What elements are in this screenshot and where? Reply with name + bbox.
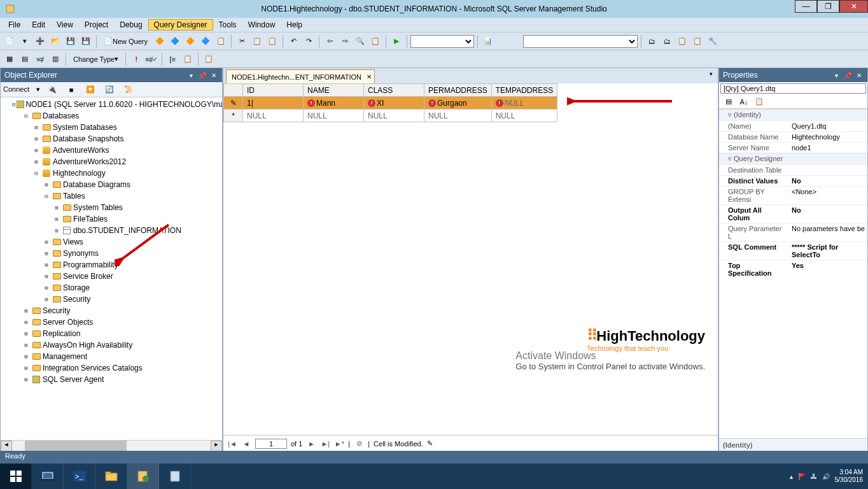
nav-fwd-icon[interactable]: ⇨: [338, 34, 352, 48]
add-derived-icon[interactable]: 📋: [202, 52, 216, 66]
panel-dropdown-icon[interactable]: ▾: [186, 72, 195, 79]
column-header[interactable]: PERMADDRESS: [424, 84, 492, 97]
expander-icon[interactable]: ⊞: [32, 147, 40, 153]
menu-window[interactable]: Window: [242, 19, 281, 31]
column-header[interactable]: ID: [243, 84, 304, 97]
property-value[interactable]: No parameters have be: [789, 223, 867, 241]
categorized-icon[interactable]: ▤: [722, 95, 736, 109]
nav-new-icon[interactable]: ►*: [334, 440, 344, 448]
activity-icon[interactable]: 📊: [481, 34, 495, 48]
column-header[interactable]: CLASS: [364, 84, 424, 97]
start-button[interactable]: [0, 464, 32, 489]
expander-icon[interactable]: ⊞: [43, 262, 50, 268]
stop-icon[interactable]: ■: [64, 83, 78, 97]
save-all-icon[interactable]: 💾: [79, 34, 93, 48]
expander-icon[interactable]: ⊞: [32, 136, 40, 142]
nav-position-input[interactable]: [255, 439, 287, 449]
tree-node[interactable]: ⊞System Tables: [2, 202, 221, 213]
cut-icon[interactable]: ✂: [235, 34, 249, 48]
data-grid[interactable]: IDNAMECLASSPERMADDRESSTEMPADDRESS✎1|!Man…: [223, 83, 718, 435]
property-row[interactable]: Output All ColumNo: [719, 204, 867, 223]
nav-first-icon[interactable]: |◄: [227, 440, 237, 448]
property-category[interactable]: ▿ Query Designer: [719, 153, 867, 164]
show-criteria-icon[interactable]: ▤: [18, 52, 32, 66]
grid-cell[interactable]: 1|: [243, 97, 304, 110]
document-tab[interactable]: NODE1.Hightechn...ENT_INFORMATION ✕: [226, 69, 375, 83]
tray-network-icon[interactable]: 🖧: [811, 473, 817, 480]
tree-node[interactable]: ⊞Security: [2, 305, 221, 316]
nav-last-icon[interactable]: ►|: [320, 440, 330, 448]
tree-node[interactable]: ⊞Security: [2, 294, 221, 305]
tree-node[interactable]: ⊞Replication: [2, 328, 221, 339]
tree-node[interactable]: ⊞AlwaysOn High Availability: [2, 339, 221, 351]
menu-tools[interactable]: Tools: [213, 19, 242, 31]
new-project-icon[interactable]: 📄: [3, 34, 17, 48]
property-pages-icon[interactable]: 📋: [752, 95, 766, 109]
expander-icon[interactable]: ⊟: [43, 193, 50, 199]
copy-icon[interactable]: 📋: [250, 34, 264, 48]
property-value[interactable]: Hightechnology: [789, 132, 867, 142]
expander-icon[interactable]: ⊞: [43, 273, 50, 280]
undo-icon[interactable]: ↶: [286, 34, 300, 48]
row-header[interactable]: *: [224, 110, 243, 122]
tree-node[interactable]: ⊞Server Objects: [2, 316, 221, 328]
table-row[interactable]: ✎1|!Mann!XI!Gurgaon!NULL: [224, 97, 557, 110]
tree-node[interactable]: ⊞AdventureWorks: [2, 145, 221, 156]
pin-icon[interactable]: 📌: [843, 72, 852, 79]
show-diagram-icon[interactable]: ▦: [3, 52, 17, 66]
task-powershell[interactable]: >_: [64, 464, 95, 489]
nav-stop-icon[interactable]: ⊘: [354, 439, 364, 448]
expander-icon[interactable]: ⊟: [12, 101, 15, 108]
column-header[interactable]: NAME: [304, 84, 364, 97]
nav-prev-icon[interactable]: ◄: [241, 440, 251, 448]
property-row[interactable]: (Name)Query1.dtq: [719, 120, 867, 131]
tree-node[interactable]: ⊞Service Broker: [2, 271, 221, 282]
expander-icon[interactable]: ⊞: [43, 181, 50, 188]
row-header[interactable]: ✎: [224, 97, 243, 110]
table-row[interactable]: *NULLNULLNULLNULLNULL: [224, 110, 557, 122]
tree-node[interactable]: ⊞SQL Server Agent: [2, 374, 221, 385]
object-explorer-icon[interactable]: 🗂: [660, 34, 674, 48]
expander-icon[interactable]: ⊞: [43, 296, 50, 302]
property-row[interactable]: Distinct ValuesNo: [719, 175, 867, 186]
property-row[interactable]: Query Parameter LNo parameters have be: [719, 223, 867, 241]
tree-node[interactable]: ⊟Tables: [2, 190, 221, 202]
find-combo[interactable]: [523, 35, 638, 48]
grid-cell[interactable]: NULL: [364, 110, 424, 122]
solution-config-combo[interactable]: [410, 35, 474, 48]
horizontal-scrollbar[interactable]: ◄►: [1, 440, 222, 451]
add-table-icon[interactable]: 📋: [181, 52, 195, 66]
property-value[interactable]: ***** Script for SelectTo: [789, 242, 867, 260]
grid-cell[interactable]: NULL: [243, 110, 304, 122]
property-value[interactable]: [789, 165, 867, 175]
expander-icon[interactable]: ⊞: [22, 308, 30, 314]
refresh-icon[interactable]: 🔄: [102, 83, 116, 97]
minimize-button[interactable]: —: [795, 0, 817, 13]
dmx-icon[interactable]: 🔷: [199, 34, 213, 48]
property-value[interactable]: No: [789, 205, 867, 223]
tree-node[interactable]: ⊞Programmability: [2, 259, 221, 271]
property-category[interactable]: ▿ (Identity): [719, 109, 867, 120]
open-icon[interactable]: ▾: [18, 34, 32, 48]
property-row[interactable]: SQL Comment***** Script for SelectTo: [719, 241, 867, 260]
tree-node[interactable]: ⊞Management: [2, 351, 221, 362]
add-icon[interactable]: ➕: [33, 34, 47, 48]
expander-icon[interactable]: ⊞: [22, 376, 30, 383]
panel-close-icon[interactable]: ✕: [209, 72, 218, 79]
tray-sound-icon[interactable]: 🔊: [822, 473, 830, 480]
show-results-icon[interactable]: ▥: [48, 52, 62, 66]
tray-flag-icon[interactable]: 🚩: [798, 473, 806, 480]
property-row[interactable]: Database NameHightechnology: [719, 131, 867, 142]
panel-dropdown-icon[interactable]: ▾: [832, 72, 841, 79]
disconnect-icon[interactable]: 🔌: [45, 83, 59, 97]
toolbox-icon[interactable]: 🔧: [706, 34, 720, 48]
menu-help[interactable]: Help: [281, 19, 308, 31]
task-server-manager[interactable]: [32, 464, 64, 489]
show-sql-icon[interactable]: sql: [33, 52, 47, 66]
property-value[interactable]: Query1.dtq: [789, 121, 867, 131]
registered-servers-icon[interactable]: 🗂: [645, 34, 659, 48]
grid-cell[interactable]: !Mann: [304, 97, 364, 110]
expander-icon[interactable]: ⊞: [22, 365, 30, 371]
menu-project[interactable]: Project: [79, 19, 114, 31]
tree-node[interactable]: ⊟Hightechnology: [2, 167, 221, 179]
